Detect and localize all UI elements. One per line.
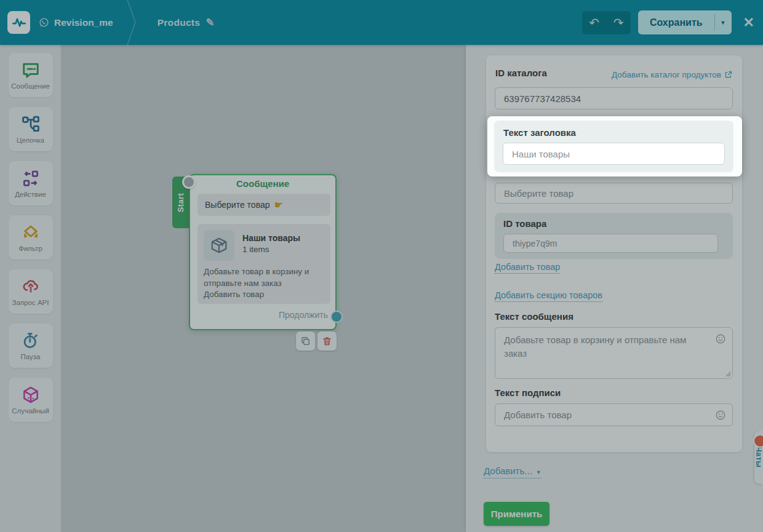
apply-button[interactable]: Применить [484,502,549,526]
palette-item-label: Сообщение [11,82,50,90]
chats-notification-badge [753,434,763,448]
trash-icon [322,336,332,346]
chats-tab-label: Чаты [754,447,763,468]
palette-item-pause[interactable]: Пауза [9,324,53,368]
product-id-field-wrap [503,234,718,253]
save-split-button: Сохранить ▼ [638,10,732,34]
filter-icon [21,223,41,242]
pause-icon [21,332,41,350]
app-logo[interactable] [7,11,30,34]
whatsapp-icon [39,17,49,28]
description-caption: Добавить товар [204,289,324,301]
delete-node-button[interactable] [318,332,337,351]
flow-name-label: Products [158,17,201,28]
action-icon [21,169,41,188]
node-product-block: Наши товары 1 items Добавьте товар в кор… [198,224,330,304]
chain-icon [21,115,41,133]
undo-button[interactable]: ↶ [582,11,607,34]
section-name-field-wrap [495,183,733,204]
palette-item-api-request[interactable]: Запрос API [9,269,53,314]
catalog-id-input[interactable] [495,87,733,109]
close-button[interactable]: ✕ [743,15,754,31]
catalog-id-label: ID каталога [495,68,547,78]
product-description: Добавьте товар в корзину и отправьте нам… [204,266,324,301]
emoji-picker-icon[interactable] [715,333,726,344]
add-catalog-link[interactable]: Добавить каталог продуктов [612,70,732,79]
product-title: Наши товары [242,233,300,243]
palette-item-action[interactable]: Действие [9,161,53,205]
header-text-field-wrap [503,143,725,165]
random-icon [21,386,41,404]
product-id-label: ID товара [503,218,546,229]
undo-redo-group: ↶ ↷ [582,11,631,34]
palette-item-label: Пауза [21,353,41,360]
chevron-down-icon: ▼ [536,469,541,475]
save-dropdown-button[interactable]: ▼ [715,10,732,34]
message-icon [21,61,41,79]
node-section-bubble: Выберите товар ☛ [198,194,330,216]
node-title: Сообщение [190,178,335,189]
chevron-down-icon: ▼ [721,20,726,26]
palette-item-label: Действие [15,191,46,198]
palette-item-label: Запрос API [12,299,49,306]
resize-handle-icon[interactable] [725,371,731,377]
palette-item-message[interactable]: Сообщение [9,53,53,97]
duplicate-node-button[interactable] [296,332,315,351]
caption-field-wrap [495,403,733,426]
catalog-id-field-wrap [495,87,733,109]
header-text-input[interactable] [503,143,725,165]
start-label: Start [177,193,186,212]
caption-input[interactable] [495,403,733,426]
product-image-placeholder [204,230,234,261]
add-more-dropdown-link[interactable]: Добавить...▼ [484,466,541,478]
header-text-label: Текст заголовка [503,127,576,138]
add-products-section-link[interactable]: Добавить секцию товаров [495,290,602,302]
node-output-connector[interactable] [330,311,343,323]
description-text: Добавьте товар в корзину и отправьте нам… [204,266,324,289]
palette-item-chain[interactable]: Цепочка [9,107,53,151]
pulse-logo-icon [11,15,27,31]
api-request-icon [21,277,41,296]
settings-panel: ID каталога Добавить каталог продуктов Т… [466,45,763,532]
breadcrumb: Products ✎ [158,16,215,29]
breadcrumb-chevron-icon [127,0,137,45]
palette-item-random[interactable]: Случайный [9,378,53,422]
node-palette: Сообщение Цепочка Действие Фильтр Запрос… [0,45,61,532]
palette-item-label: Случайный [12,407,49,415]
copy-icon [300,336,311,346]
external-link-icon [724,71,732,79]
caption-text-label: Текст подписи [495,387,561,398]
product-count: 1 items [242,245,270,254]
product-id-input[interactable] [503,234,718,253]
node-input-connector[interactable] [182,175,196,189]
flow-builder-app: Revision_me Products ✎ ↶ ↷ Сохранить ▼ ✕… [0,0,763,532]
message-text-label: Текст сообщения [495,311,573,322]
message-text-field-wrap: Добавьте товар в корзину и отправьте нам… [495,327,733,379]
add-more-label: Добавить... [484,466,532,476]
package-icon [210,236,228,255]
header-text-section: Текст заголовка [494,121,733,172]
palette-item-label: Фильтр [18,245,42,252]
product-id-section: ID товара [495,213,733,259]
palette-item-filter[interactable]: Фильтр [9,215,53,260]
settings-card: ID каталога Добавить каталог продуктов Т… [486,55,742,452]
emoji-picker-icon[interactable] [715,410,726,421]
message-text-textarea[interactable]: Добавьте товар в корзину и отправьте нам… [495,327,733,379]
add-product-link[interactable]: Добавить товар [495,262,560,274]
redo-button[interactable]: ↷ [606,11,631,34]
save-button[interactable]: Сохранить [638,10,714,34]
edit-flow-name-icon[interactable]: ✎ [206,16,215,29]
hand-pointer-icon: ☛ [274,199,283,212]
bot-name-label: Revision_me [54,17,113,28]
bubble-text: Выберите товар [205,200,270,210]
palette-item-label: Цепочка [17,137,44,144]
header-actions: ↶ ↷ Сохранить ▼ ✕ [582,10,763,34]
continue-link[interactable]: Продолжить [198,310,328,320]
message-node[interactable]: Сообщение Выберите товар ☛ Наши товары 1… [189,174,337,330]
header: Revision_me Products ✎ ↶ ↷ Сохранить ▼ ✕ [0,0,763,45]
bot-name-breadcrumb[interactable]: Revision_me [39,17,113,28]
section-name-input[interactable] [495,183,733,204]
add-catalog-link-text: Добавить каталог продуктов [612,70,721,79]
